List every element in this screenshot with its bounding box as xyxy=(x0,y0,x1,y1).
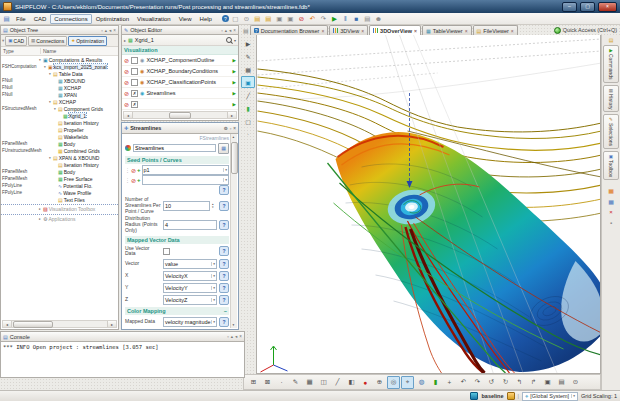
tree-tab[interactable]: ▣CAD xyxy=(5,36,27,46)
tree-row[interactable]: ▩Xgrid_1 xyxy=(1,112,118,119)
scrollbar-thumb[interactable] xyxy=(169,112,191,119)
baseline-label[interactable]: baseline xyxy=(481,393,503,399)
help-button[interactable]: ? xyxy=(219,259,229,269)
grid-toggle-icon[interactable]: ▤ xyxy=(555,376,568,389)
tree-row[interactable]: ▤Wakefields xyxy=(1,133,118,140)
seed-section-header[interactable]: Seed Points / Curves xyxy=(125,156,229,164)
tree-tab[interactable]: ★Optimization xyxy=(68,36,107,46)
rotate-cw-icon[interactable]: ↻ xyxy=(499,376,512,389)
visualization-row[interactable]: ⊘◉XCHAP_BoundaryConditions▶ xyxy=(122,66,238,77)
split-view-icon[interactable]: ◫ xyxy=(317,376,330,389)
paste-icon[interactable]: ▣ xyxy=(286,14,295,23)
menu-item[interactable]: Connections xyxy=(50,14,91,24)
tree-row[interactable]: FStructuredMesh▾▤Component Grids xyxy=(1,105,118,112)
pin-icon[interactable]: ▴ xyxy=(225,28,227,33)
tree-row[interactable]: FSHComputation▾▣kcs_import_2025_zonal xyxy=(1,63,118,70)
editor-horizontal-scrollbar[interactable]: ◂▸ xyxy=(123,111,237,119)
menu-item[interactable]: File xyxy=(12,14,30,24)
collapsed-panel-tab[interactable]: ✎Selections xyxy=(603,114,619,149)
goto-object-icon[interactable]: ▶ xyxy=(233,102,236,107)
seed-help-button[interactable]: ? xyxy=(219,185,229,195)
visibility-checkbox[interactable] xyxy=(131,79,138,86)
breadcrumb-expander-icon[interactable]: ▸ xyxy=(124,38,126,43)
remove-seed-icon[interactable]: ⊘ xyxy=(131,177,136,184)
select-cursor-icon[interactable]: ▶ xyxy=(241,37,255,49)
document-tab[interactable]: ▦TableViewer× xyxy=(422,25,472,35)
active-view-icon[interactable]: ▣ xyxy=(241,76,255,88)
help-button[interactable]: ? xyxy=(219,283,229,293)
pin-panel-icon[interactable]: ✛ xyxy=(124,125,128,131)
dock-window-icon[interactable]: ▪ xyxy=(606,218,616,228)
help-button[interactable]: ? xyxy=(219,246,229,256)
collapsed-panel-tab[interactable]: ▶Commands xyxy=(603,45,619,83)
close-panel-icon[interactable]: × xyxy=(233,126,236,131)
help-button[interactable]: ? xyxy=(219,220,229,230)
remove-seed-icon[interactable]: ⊘ xyxy=(131,167,136,174)
visibility-checkbox[interactable]: ✗ xyxy=(131,101,138,108)
scroll-right-icon[interactable]: ▸ xyxy=(227,112,236,118)
globe-icon[interactable]: ◍ xyxy=(415,376,428,389)
viewport-3d-render[interactable] xyxy=(257,35,601,374)
vector-combo[interactable]: VelocityY▾ xyxy=(163,283,217,293)
tree-row[interactable]: FNull▦XCHAP xyxy=(1,84,118,91)
console-header[interactable]: ▤ Console ▫▴◂× xyxy=(1,332,244,342)
sketch-icon[interactable]: ✎ xyxy=(241,50,255,62)
vector-combo[interactable]: VelocityZ▾ xyxy=(163,295,217,305)
visibility-checkbox[interactable] xyxy=(131,57,138,64)
tree-row[interactable]: ▾▤XCHAP xyxy=(1,98,118,105)
tree-row[interactable]: FPolyLine∿Wave Profile xyxy=(1,189,118,196)
name-column-header[interactable]: Name xyxy=(41,48,56,54)
view-back-icon[interactable]: ↰ xyxy=(513,376,526,389)
axes-icon[interactable]: ⌖ xyxy=(401,376,414,389)
point-icon[interactable]: · xyxy=(275,376,288,389)
close-panel-icon[interactable]: × xyxy=(233,28,236,33)
collapsed-panel-tab[interactable]: ▦History xyxy=(603,85,619,113)
layout-icon[interactable]: ▦ xyxy=(606,185,616,195)
settings-target-icon[interactable]: ⊙ xyxy=(242,14,251,23)
tree-row[interactable]: ▤Iteration History xyxy=(1,161,118,168)
tree-row[interactable]: FPolyLine∿Potential Flo. xyxy=(1,182,118,189)
goto-object-icon[interactable]: ▶ xyxy=(233,80,236,85)
mesh-icon[interactable]: ▦ xyxy=(303,376,316,389)
goto-object-icon[interactable]: ▶ xyxy=(233,91,236,96)
vector-section-header[interactable]: Mapped Vector Data xyxy=(125,236,229,244)
help-button[interactable]: ? xyxy=(219,295,229,305)
title-bar[interactable]: SHIPFLOW - C:/Users/ekblom/Documents/Pre… xyxy=(0,0,620,13)
object-tree-header[interactable]: ▤ Object Tree ▫▴◂× xyxy=(0,25,119,35)
zoom-out-icon[interactable]: ⊠ xyxy=(261,376,274,389)
lock-icon[interactable]: ▮ xyxy=(429,376,442,389)
pin-icon[interactable]: ▴ xyxy=(231,334,233,339)
collapse-icon[interactable]: ◂ xyxy=(229,28,231,33)
close-panel-icon[interactable]: × xyxy=(239,334,242,339)
vector-combo[interactable]: value▾ xyxy=(163,259,217,269)
collapse-icon[interactable]: ◂ xyxy=(235,334,237,339)
help-button[interactable]: ? xyxy=(219,271,229,281)
section-plane-icon[interactable]: ◧ xyxy=(345,376,358,389)
seed-point-row[interactable]: ⋮⊘+p1▾ xyxy=(125,165,229,175)
seed-point-row[interactable]: ⋮⊘+▾ xyxy=(125,175,229,185)
document-tab[interactable]: ?Documentation Browser× xyxy=(250,25,329,35)
close-tab-icon[interactable]: × xyxy=(511,28,514,34)
menu-item[interactable]: View xyxy=(175,14,196,24)
help-button[interactable]: ? xyxy=(219,317,229,327)
help-button[interactable]: ? xyxy=(219,201,229,211)
report-icon[interactable]: ▤ xyxy=(363,14,372,23)
view-forward-icon[interactable]: ↱ xyxy=(527,376,540,389)
tree-row[interactable]: FUnstructuredMesh▦Combined Grids xyxy=(1,147,118,154)
tree-row[interactable]: FPanelMesh▦Body xyxy=(1,168,118,175)
tree-row[interactable]: ▤Propeller xyxy=(1,126,118,133)
line-tool-icon[interactable]: ╱ xyxy=(241,89,255,101)
filter-icon[interactable]: ▾ xyxy=(2,38,4,43)
tree-row[interactable]: ▾▣Computations & Results xyxy=(1,56,118,63)
scrollbar-thumb[interactable] xyxy=(231,142,238,174)
menu-item[interactable]: Help xyxy=(196,14,216,24)
drag-handle-icon[interactable]: ⋮ xyxy=(125,177,130,183)
disable-icon[interactable]: ⊘ xyxy=(124,68,129,75)
scroll-down-icon[interactable]: ▾ xyxy=(231,323,236,327)
maximize-button[interactable]: ▢ xyxy=(580,2,595,12)
panel-list-icon[interactable]: ▤ xyxy=(609,37,614,43)
tree-row[interactable]: ▾▤XPAN & XBOUND xyxy=(1,154,118,161)
vector-combo[interactable]: VelocityX▾ xyxy=(163,271,217,281)
preview-button[interactable]: ▦ xyxy=(218,143,229,154)
record-icon[interactable]: ● xyxy=(359,376,372,389)
